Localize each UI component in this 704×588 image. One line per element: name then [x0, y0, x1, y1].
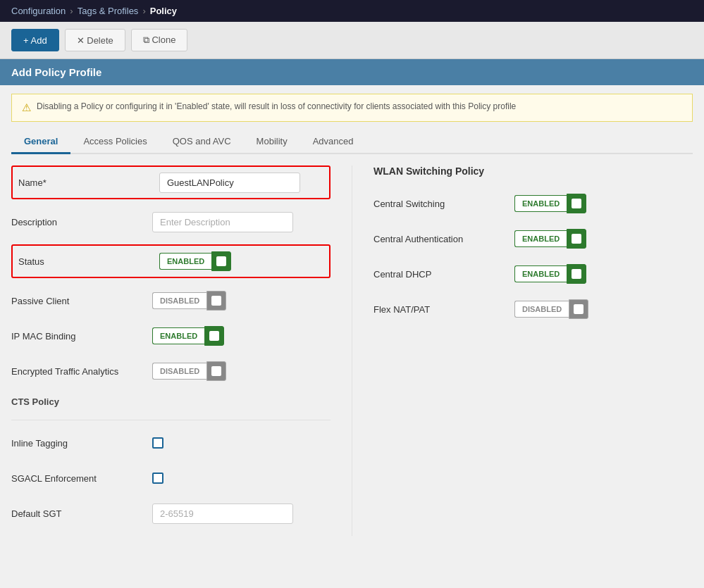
default-sgt-label: Default SGT: [11, 508, 152, 519]
enc-traffic-row: Encrypted Traffic Analytics DISABLED: [11, 358, 331, 384]
enc-traffic-toggle-switch[interactable]: [206, 361, 226, 381]
central-auth-toggle-label: ENABLED: [514, 230, 567, 247]
flex-nat-row: Flex NAT/PAT DISABLED: [373, 296, 693, 322]
default-sgt-input[interactable]: [152, 503, 293, 524]
central-dhcp-toggle-dot: [572, 269, 581, 279]
central-switching-toggle-switch[interactable]: [567, 194, 586, 213]
form-title-bar: Add Policy Profile: [0, 59, 704, 85]
central-auth-label: Central Authentication: [373, 234, 514, 244]
flex-nat-toggle[interactable]: DISABLED: [514, 299, 588, 319]
sgacl-checkbox[interactable]: [152, 473, 163, 484]
ip-mac-label: IP MAC Binding: [11, 331, 152, 342]
alert-icon: ⚠: [22, 101, 31, 114]
status-toggle-switch[interactable]: [211, 251, 231, 271]
add-button[interactable]: + Add: [11, 29, 59, 51]
passive-client-toggle-dot: [211, 296, 221, 306]
name-row-bordered: Name*: [11, 165, 331, 199]
central-dhcp-label: Central DHCP: [373, 269, 514, 280]
central-dhcp-toggle-label: ENABLED: [514, 265, 567, 282]
central-auth-row: Central Authentication ENABLED: [373, 226, 693, 251]
flex-nat-toggle-label: DISABLED: [514, 301, 569, 318]
central-dhcp-toggle[interactable]: ENABLED: [514, 264, 586, 284]
nav-sep-1: ›: [70, 6, 73, 16]
central-dhcp-toggle-switch[interactable]: [567, 264, 586, 284]
tab-mobility[interactable]: Mobility: [244, 130, 300, 154]
enc-traffic-toggle[interactable]: DISABLED: [152, 361, 226, 381]
name-label: Name*: [18, 177, 159, 188]
sgacl-label: SGACL Enforcement: [11, 473, 152, 484]
central-dhcp-row: Central DHCP ENABLED: [373, 261, 693, 287]
clone-button[interactable]: ⧉ Clone: [131, 29, 188, 51]
nav-tags-profiles[interactable]: Tags & Profiles: [78, 6, 139, 16]
passive-client-toggle[interactable]: DISABLED: [152, 291, 226, 311]
tab-general[interactable]: General: [11, 130, 70, 154]
central-auth-toggle-dot: [572, 234, 581, 244]
description-input[interactable]: [152, 212, 293, 232]
name-input[interactable]: [159, 173, 300, 193]
form-content: Name* Description Status ENABLED: [0, 154, 704, 547]
name-row: Name*: [18, 170, 323, 195]
central-auth-toggle[interactable]: ENABLED: [514, 229, 586, 249]
nav-current: Policy: [150, 6, 177, 16]
default-sgt-row: Default SGT: [11, 501, 331, 526]
status-row: Status ENABLED: [18, 249, 323, 274]
ip-mac-toggle-dot: [209, 331, 219, 341]
description-label: Description: [11, 217, 152, 227]
inline-tagging-row: Inline Tagging: [11, 430, 331, 456]
alert-banner: ⚠ Disabling a Policy or configuring it i…: [11, 94, 693, 122]
nav-configuration[interactable]: Configuration: [11, 6, 66, 16]
top-nav: Configuration › Tags & Profiles › Policy: [0, 0, 704, 22]
inline-tagging-checkbox[interactable]: [152, 437, 163, 449]
nav-sep-2: ›: [142, 6, 145, 16]
central-switching-toggle-label: ENABLED: [514, 195, 567, 212]
status-label: Status: [18, 256, 159, 267]
enc-traffic-label: Encrypted Traffic Analytics: [11, 366, 152, 377]
flex-nat-label: Flex NAT/PAT: [373, 304, 514, 315]
wlan-switching-title: WLAN Switching Policy: [373, 165, 693, 180]
central-switching-toggle-dot: [572, 199, 581, 208]
central-switching-row: Central Switching ENABLED: [373, 191, 693, 216]
passive-client-label: Passive Client: [11, 296, 152, 306]
status-toggle-label: ENABLED: [159, 253, 211, 270]
toolbar: + Add ✕ Delete ⧉ Clone: [0, 22, 704, 59]
description-row: Description: [11, 209, 331, 234]
status-row-bordered: Status ENABLED: [11, 244, 331, 278]
tab-qos-avc[interactable]: QOS and AVC: [160, 130, 244, 154]
delete-button[interactable]: ✕ Delete: [65, 29, 125, 51]
cts-divider: [11, 420, 331, 420]
form-title: Add Policy Profile: [11, 66, 101, 78]
central-auth-toggle-switch[interactable]: [567, 229, 586, 249]
ip-mac-row: IP MAC Binding ENABLED: [11, 323, 331, 349]
tabs: General Access Policies QOS and AVC Mobi…: [11, 130, 693, 154]
enc-traffic-toggle-label: DISABLED: [152, 363, 206, 380]
enc-traffic-toggle-dot: [211, 366, 221, 376]
status-toggle-dot: [216, 256, 226, 266]
alert-message: Disabling a Policy or configuring it in …: [37, 101, 516, 111]
flex-nat-toggle-dot: [574, 304, 583, 314]
inline-tagging-label: Inline Tagging: [11, 438, 152, 449]
left-section: Name* Description Status ENABLED: [11, 165, 352, 536]
central-switching-label: Central Switching: [373, 199, 514, 209]
ip-mac-toggle-label: ENABLED: [152, 327, 204, 344]
passive-client-toggle-label: DISABLED: [152, 292, 206, 309]
passive-client-row: Passive Client DISABLED: [11, 288, 331, 313]
ip-mac-toggle[interactable]: ENABLED: [152, 326, 224, 346]
central-switching-toggle[interactable]: ENABLED: [514, 194, 586, 213]
passive-client-toggle-switch[interactable]: [206, 291, 226, 311]
ip-mac-toggle-switch[interactable]: [204, 326, 224, 346]
sgacl-row: SGACL Enforcement: [11, 465, 331, 491]
cts-section-header: CTS Policy: [11, 396, 331, 411]
tab-advanced[interactable]: Advanced: [300, 130, 366, 154]
status-toggle[interactable]: ENABLED: [159, 251, 231, 271]
right-section: WLAN Switching Policy Central Switching …: [352, 165, 693, 536]
flex-nat-toggle-switch[interactable]: [569, 299, 588, 319]
tab-access-policies[interactable]: Access Policies: [70, 130, 159, 154]
